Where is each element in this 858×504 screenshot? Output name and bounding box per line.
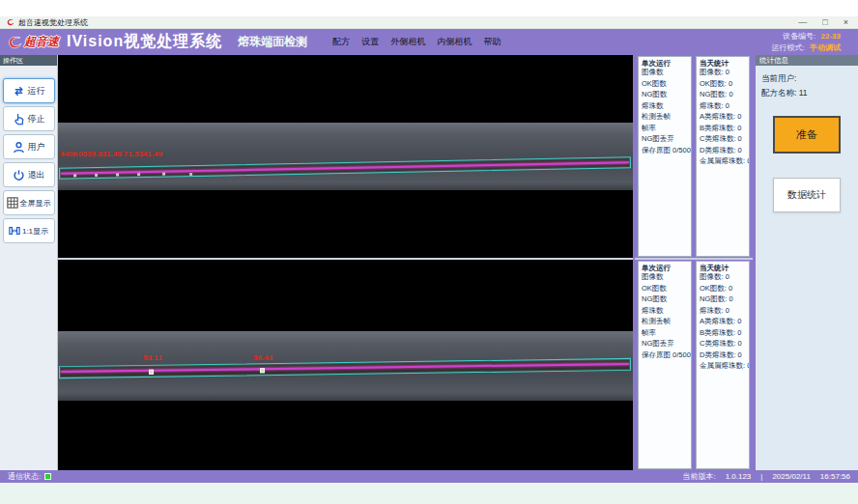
stat-row: B类熔珠数: 0 <box>700 125 747 132</box>
statistics-column: 单次运行 图像数OK图数NG图数熔珠数检测丢帧帧率NG图丢弃保存原图 0/500… <box>633 55 753 470</box>
stat-row: 金属屑熔珠数: 0 <box>700 157 747 165</box>
group-title: 单次运行 <box>642 264 671 273</box>
camera-photo-band: 53.11 56.43 <box>58 331 633 401</box>
stat-row: 图像数: 0 <box>700 69 747 76</box>
stat-row: 保存原图 0/500 <box>642 147 689 154</box>
status-time: 16:57:56 <box>820 472 850 481</box>
data-statistics-button[interactable]: 数据统计 <box>773 178 841 212</box>
separator: | <box>760 472 762 481</box>
camera-image-area: 440K0539.831.49 71.5341.49 53.11 56.43 <box>58 55 633 470</box>
stat-row: 熔珠数 <box>642 102 689 110</box>
main-menu: 配方设置外侧相机内侧相机帮助 <box>332 36 500 48</box>
stat-row: 金属屑熔珠数: 0 <box>700 362 747 370</box>
menu-item[interactable]: 帮助 <box>483 36 500 48</box>
stat-row: OK图数 <box>642 80 689 88</box>
stat-row: 图像数 <box>642 69 689 76</box>
exit-button[interactable]: 退出 <box>3 162 55 187</box>
run-button-label: 运行 <box>28 85 45 98</box>
header-info: 设备编号: 22-33 运行模式: 手动调试 <box>772 31 848 54</box>
close-button[interactable]: × <box>844 18 848 27</box>
stat-row: 熔珠数: 0 <box>700 102 747 110</box>
one-to-one-button[interactable]: 1:1显示 <box>3 218 55 243</box>
stat-row: 保存原图 0/500 <box>642 351 689 359</box>
app-subtitle: 熔珠端面检测 <box>238 34 307 50</box>
stat-row: NG图数 <box>642 91 689 98</box>
stat-row: 熔珠数 <box>642 307 689 315</box>
window-title: 超音速视觉处理系统 <box>18 17 88 28</box>
brand-logo: 超音速 <box>6 34 59 50</box>
measurement-annotation: 53.11 <box>143 353 162 362</box>
device-number-label: 设备编号: <box>783 32 815 41</box>
fullscreen-grid-icon <box>7 197 18 209</box>
user-icon <box>13 141 25 154</box>
stat-row: A类熔珠数: 0 <box>700 318 747 325</box>
stat-row: 图像数 <box>642 273 689 281</box>
detected-bead-marker <box>260 368 265 373</box>
app-logo-icon <box>6 18 14 27</box>
bottom-strip <box>0 483 858 504</box>
one-to-one-button-label: 1:1显示 <box>22 226 48 237</box>
user-button[interactable]: 用户 <box>3 134 55 159</box>
stat-row: 帧率 <box>642 125 689 132</box>
run-loop-icon <box>13 85 25 98</box>
stat-row: NG图数 <box>642 295 689 303</box>
today-stats-group: 当天统计 图像数: 0OK图数: 0NG图数: 0熔珠数: 0A类熔珠数: 0B… <box>696 261 750 469</box>
stat-row: C类熔珠数: 0 <box>700 135 747 143</box>
minimize-button[interactable]: — <box>798 18 807 27</box>
fullscreen-button-label: 全屏显示 <box>20 198 51 209</box>
run-mode-label: 运行模式: <box>772 43 805 52</box>
sidebar-title: 操作区 <box>0 55 57 66</box>
device-number-value: 22-33 <box>821 32 841 41</box>
stop-button[interactable]: 停止 <box>3 106 55 131</box>
info-panel-title: 统计信息 <box>756 55 858 66</box>
stat-row: NG图丢弃 <box>642 135 689 143</box>
measurement-annotation: 56.43 <box>253 353 272 362</box>
stat-row: 检测丢帧 <box>642 318 689 325</box>
menu-item[interactable]: 配方 <box>332 36 350 48</box>
outer-camera-view[interactable]: 440K0539.831.49 71.5341.49 <box>58 55 633 258</box>
stat-row: B类熔珠数: 0 <box>700 329 747 337</box>
stat-row: NG图数: 0 <box>700 295 747 303</box>
measurement-annotation: 440K0539.831.49 71.5341.49 <box>60 150 162 158</box>
info-panel: 统计信息 当前用户: 配方名称: 11 准备 数据统计 <box>753 55 858 470</box>
detection-box <box>59 156 631 179</box>
menu-item[interactable]: 设置 <box>361 36 379 48</box>
stat-row: A类熔珠数: 0 <box>700 113 747 121</box>
stat-row: 熔珠数: 0 <box>700 307 747 315</box>
stat-row: OK图数: 0 <box>700 285 747 293</box>
status-bar: 通信状态: 当前版本: 1.0.123 | 2025/02/11 16:57:5… <box>0 470 858 483</box>
os-titlebar: 超音速视觉处理系统 — □ × <box>0 16 858 29</box>
fullscreen-button[interactable]: 全屏显示 <box>3 190 55 215</box>
stat-row: 图像数: 0 <box>700 273 747 281</box>
operation-sidebar: 操作区 运行 停止 <box>0 55 58 470</box>
stat-row: D类熔珠数: 0 <box>700 147 747 154</box>
one-to-one-icon <box>9 225 20 237</box>
stat-row: OK图数 <box>642 285 689 293</box>
detected-bead-marker <box>149 370 154 375</box>
stat-row: NG图数: 0 <box>700 91 747 98</box>
recipe-name-label: 配方名称: <box>761 88 796 98</box>
version-label: 当前版本: <box>682 471 715 482</box>
menu-item[interactable]: 外侧相机 <box>390 36 425 48</box>
group-title: 单次运行 <box>642 59 671 69</box>
version-value: 1.0.123 <box>726 472 752 481</box>
comm-status-indicator <box>44 473 51 480</box>
stop-hand-icon <box>13 113 25 126</box>
maximize-button[interactable]: □ <box>822 18 827 27</box>
ready-button[interactable]: 准备 <box>773 116 841 154</box>
stat-row: NG图丢弃 <box>642 340 689 348</box>
exit-button-label: 退出 <box>28 169 45 182</box>
app-title: IVision视觉处理系统 <box>67 32 222 52</box>
group-title: 当天统计 <box>700 59 729 69</box>
inner-camera-stats: 单次运行 图像数OK图数NG图数熔珠数检测丢帧帧率NG图丢弃保存原图 0/500… <box>635 260 753 470</box>
power-icon <box>13 169 25 182</box>
today-stats-group: 当天统计 图像数: 0OK图数: 0NG图数: 0熔珠数: 0A类熔珠数: 0B… <box>696 56 750 257</box>
group-title: 当天统计 <box>700 264 729 273</box>
status-date: 2025/02/11 <box>772 472 810 481</box>
stat-row: OK图数: 0 <box>700 80 747 88</box>
run-button[interactable]: 运行 <box>3 78 55 103</box>
stat-row: D类熔珠数: 0 <box>700 351 747 359</box>
inner-camera-view[interactable]: 53.11 56.43 <box>58 260 633 470</box>
menu-item[interactable]: 内侧相机 <box>437 36 472 48</box>
stat-row: C类熔珠数: 0 <box>700 340 747 348</box>
